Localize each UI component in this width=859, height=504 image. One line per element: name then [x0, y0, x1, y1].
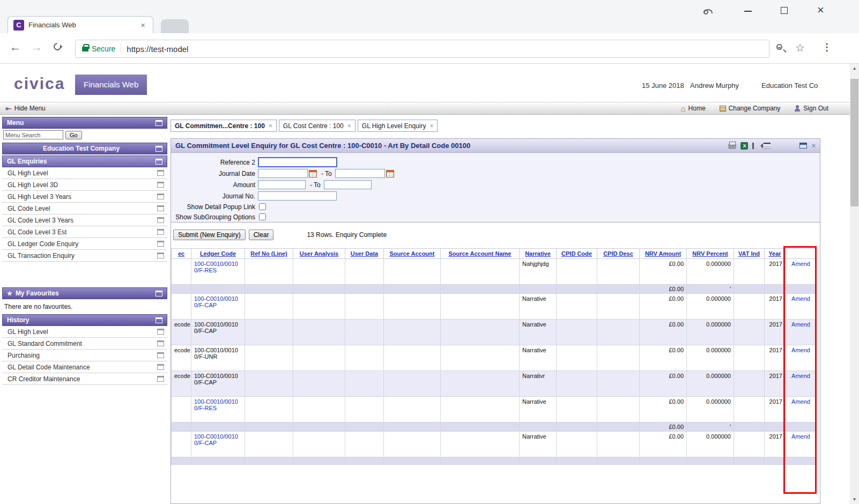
- company-section-header[interactable]: Education Test Company: [2, 143, 167, 154]
- gl-enquiries-section-header[interactable]: GL Enquiries: [2, 155, 167, 167]
- ledger-code[interactable]: 100-C0010/00100/F-CAP: [194, 433, 238, 446]
- amend-link[interactable]: Amend: [791, 261, 810, 267]
- grid-column-header[interactable]: CPID Desc: [597, 249, 640, 259]
- open-window-icon[interactable]: [157, 217, 164, 223]
- show-subgrouping-checkbox[interactable]: [259, 213, 266, 220]
- enquiry-tab[interactable]: GL Cost Centre : 100×: [279, 120, 356, 132]
- open-window-icon[interactable]: [157, 253, 164, 258]
- sidebar-item[interactable]: GL Code Level: [2, 203, 167, 214]
- enquiry-tab[interactable]: GL Commitmen...Centre : 100×: [171, 120, 277, 132]
- clear-button[interactable]: Clear: [249, 229, 274, 240]
- amend-link[interactable]: Amend: [791, 347, 810, 353]
- grid-column-header[interactable]: ec: [172, 249, 191, 259]
- minimize-icon[interactable]: [744, 11, 752, 12]
- grid-column-header[interactable]: Year: [765, 249, 786, 259]
- grid-column-header[interactable]: Narrative: [520, 249, 557, 259]
- journal-no-input[interactable]: [258, 191, 337, 201]
- summary-view-icon[interactable]: [764, 143, 771, 149]
- grid-column-label[interactable]: ec: [178, 250, 184, 257]
- secure-lock-icon[interactable]: [82, 47, 88, 51]
- open-window-icon[interactable]: [157, 352, 164, 358]
- amend-link[interactable]: Amend: [791, 398, 810, 405]
- open-window-icon[interactable]: [157, 170, 164, 176]
- sidebar-item[interactable]: GL High Level: [2, 167, 167, 179]
- tab-close-icon[interactable]: ×: [430, 122, 433, 130]
- reference2-input[interactable]: [258, 157, 337, 167]
- sidebar-item[interactable]: GL Standard Commitment: [2, 338, 167, 350]
- vertical-scrollbar[interactable]: ▲ ▼: [850, 64, 859, 504]
- grid-column-label[interactable]: Source Account: [390, 250, 435, 257]
- grid-column-label[interactable]: User Data: [351, 250, 378, 257]
- open-window-icon[interactable]: [157, 364, 164, 370]
- grid-column-header[interactable]: Source Account: [384, 249, 441, 259]
- favourites-section-header[interactable]: ★ My Favourites: [2, 287, 167, 299]
- sidebar-item[interactable]: GL Detail Code Maintenance: [2, 361, 167, 373]
- open-window-icon[interactable]: [157, 182, 164, 188]
- open-section-icon[interactable]: [155, 159, 162, 165]
- grid-column-label[interactable]: NRV Amount: [645, 250, 681, 257]
- grid-column-label[interactable]: Source Account Name: [449, 250, 512, 257]
- export-excel-icon[interactable]: X: [740, 142, 748, 150]
- grid-column-header[interactable]: VAT Ind: [734, 249, 765, 259]
- amend-link[interactable]: Amend: [791, 373, 810, 379]
- collapse-section-icon[interactable]: [155, 120, 162, 126]
- omnibox[interactable]: Secure https://test-model: [75, 40, 769, 58]
- grid-column-label[interactable]: CPID Desc: [603, 250, 633, 257]
- show-detail-popup-checkbox[interactable]: [259, 203, 266, 210]
- first-page-icon[interactable]: [752, 143, 759, 149]
- menu-search-go-button[interactable]: Go: [65, 131, 82, 139]
- sidebar-item[interactable]: GL Transaction Enquiry: [2, 250, 167, 262]
- grid-column-label[interactable]: VAT Ind: [738, 250, 760, 257]
- sidebar-item[interactable]: GL Code Level 3 Est: [2, 226, 167, 238]
- browser-tab[interactable]: C Financials Web ×: [8, 16, 153, 33]
- collapse-section-icon[interactable]: [155, 317, 162, 323]
- hide-menu-button[interactable]: ⇤ Hide Menu: [5, 102, 46, 114]
- back-icon[interactable]: ←: [10, 41, 21, 54]
- ledger-code[interactable]: 100-C0010/00100/F-RES: [194, 261, 238, 273]
- grid-column-header[interactable]: User Data: [345, 249, 384, 259]
- grid-column-label[interactable]: Narrative: [525, 250, 551, 257]
- tab-close-icon[interactable]: ×: [347, 122, 351, 130]
- grid-column-label[interactable]: NRV Percent: [692, 250, 728, 257]
- url-text[interactable]: https://test-model: [127, 45, 188, 54]
- amend-link[interactable]: Amend: [791, 433, 810, 440]
- sign-out-button[interactable]: Sign Out: [794, 105, 828, 112]
- new-tab-button[interactable]: [161, 19, 189, 33]
- open-window-icon[interactable]: [157, 205, 164, 211]
- reload-icon[interactable]: [52, 41, 63, 52]
- amount-from-input[interactable]: [258, 180, 306, 189]
- enquiry-tab[interactable]: GL High Level Enquiry×: [358, 120, 438, 132]
- open-window-icon[interactable]: [157, 376, 164, 382]
- sidebar-item[interactable]: GL High Level: [2, 326, 167, 338]
- sidebar-item[interactable]: Purchasing: [2, 350, 167, 361]
- grid-column-label[interactable]: Ledger Code: [200, 250, 236, 257]
- grid-column-label[interactable]: CPID Code: [561, 250, 592, 257]
- grid-column-header[interactable]: NRV Percent: [687, 249, 734, 259]
- calendar-icon[interactable]: [386, 170, 394, 177]
- change-company-button[interactable]: Change Company: [720, 105, 781, 112]
- history-section-header[interactable]: History: [2, 314, 167, 326]
- open-window-icon[interactable]: [157, 241, 164, 247]
- grid-column-header[interactable]: CPID Code: [557, 249, 597, 259]
- open-window-icon[interactable]: [157, 340, 164, 346]
- calendar-icon[interactable]: [309, 170, 317, 177]
- collapse-section-icon[interactable]: [155, 291, 162, 297]
- scroll-down-icon[interactable]: ▼: [850, 495, 859, 504]
- home-button[interactable]: ⌂ Home: [680, 105, 705, 113]
- popout-window-icon[interactable]: [799, 143, 807, 149]
- bookmark-star-icon[interactable]: ☆: [795, 41, 805, 54]
- open-window-icon[interactable]: [157, 329, 164, 335]
- amend-link[interactable]: Amend: [791, 295, 810, 302]
- tab-close-icon[interactable]: ×: [138, 20, 147, 29]
- amend-link[interactable]: Amend: [791, 321, 810, 328]
- sidebar-item[interactable]: GL Ledger Code Enquiry: [2, 238, 167, 250]
- ledger-code[interactable]: 100-C0010/00100/F-CAP: [194, 295, 238, 308]
- grid-column-label[interactable]: User Analysis: [300, 250, 338, 257]
- close-enquiry-icon[interactable]: ×: [811, 142, 816, 150]
- zoom-icon[interactable]: [776, 44, 782, 50]
- print-icon[interactable]: [728, 144, 736, 149]
- browser-menu-icon[interactable]: ⋮: [822, 41, 832, 53]
- scroll-up-icon[interactable]: ▲: [850, 64, 859, 73]
- sidebar-item[interactable]: GL High Level 3 Years: [2, 191, 167, 203]
- grid-column-label[interactable]: Year: [768, 250, 781, 257]
